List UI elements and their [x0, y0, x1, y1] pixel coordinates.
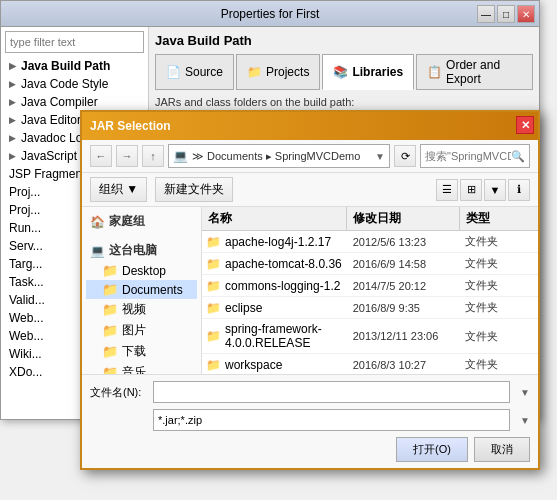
arrow-icon: ▶ — [9, 97, 16, 107]
fs-item-documents[interactable]: 📁 Documents — [86, 280, 197, 299]
file-table-header: 名称 修改日期 类型 — [202, 207, 538, 231]
file-date-cell: 2014/7/5 20:12 — [349, 279, 461, 293]
arrow-icon: ▶ — [9, 133, 16, 143]
view-btn-3[interactable]: ▼ — [484, 179, 506, 201]
fs-item-pictures[interactable]: 📁 图片 — [86, 320, 197, 341]
computer-icon: 💻 — [90, 244, 105, 258]
home-group-label: 家庭组 — [109, 213, 145, 230]
sidebar-item-java-build-path[interactable]: ▶ Java Build Path — [5, 57, 144, 75]
tab-source-label: Source — [185, 65, 223, 79]
tab-libraries[interactable]: 📚 Libraries — [322, 54, 414, 90]
address-text: ≫ Documents ▸ SpringMVCDemo — [192, 150, 371, 163]
close-button[interactable]: ✕ — [517, 5, 535, 23]
tab-source[interactable]: 📄 Source — [155, 54, 234, 90]
maximize-button[interactable]: □ — [497, 5, 515, 23]
file-main: 名称 修改日期 类型 📁 apache-log4j-1.2.17 2012/5/… — [202, 207, 538, 374]
sidebar-item-label: Serv... — [9, 239, 43, 253]
filter-dropdown-icon[interactable]: ▼ — [520, 415, 530, 426]
source-tab-icon: 📄 — [166, 65, 181, 79]
col-type-header: 类型 — [460, 207, 538, 230]
back-button[interactable]: ← — [90, 145, 112, 167]
folder-icon: 📁 — [102, 302, 118, 317]
jar-dialog-titlebar: JAR Selection ✕ — [82, 112, 538, 140]
col-date-header: 修改日期 — [347, 207, 459, 230]
folder-icon: 📁 — [206, 279, 221, 293]
filter-input-field[interactable] — [153, 409, 510, 431]
forward-button[interactable]: → — [116, 145, 138, 167]
org-label: 组织 ▼ — [99, 181, 138, 198]
jar-dialog-close-button[interactable]: ✕ — [516, 116, 534, 134]
sidebar-item-label: Proj... — [9, 203, 40, 217]
fs-item-music[interactable]: 📁 音乐 — [86, 362, 197, 374]
org-button[interactable]: 组织 ▼ — [90, 177, 147, 202]
sidebar-item-java-compiler[interactable]: ▶ Java Compiler — [5, 93, 144, 111]
fs-item-desktop[interactable]: 📁 Desktop — [86, 261, 197, 280]
sidebar-item-java-code-style[interactable]: ▶ Java Code Style — [5, 75, 144, 93]
sidebar-item-label: Targ... — [9, 257, 42, 271]
arrow-icon: ▶ — [9, 151, 16, 161]
fs-section-home: 🏠 家庭组 — [86, 211, 197, 232]
fs-item-label: 音乐 — [122, 364, 146, 374]
sidebar-item-label: Task... — [9, 275, 44, 289]
file-name-cell: 📁 eclipse — [202, 300, 349, 316]
tab-libraries-label: Libraries — [352, 65, 403, 79]
file-row[interactable]: 📁 apache-tomcat-8.0.36 2016/6/9 14:58 文件… — [202, 253, 538, 275]
dropdown-icon[interactable]: ▼ — [375, 151, 385, 162]
tab-projects[interactable]: 📁 Projects — [236, 54, 320, 90]
libraries-tab-icon: 📚 — [333, 65, 348, 79]
refresh-button[interactable]: ⟳ — [394, 145, 416, 167]
minimize-button[interactable]: — — [477, 5, 495, 23]
tab-order-export[interactable]: 📋 Order and Export — [416, 54, 533, 90]
file-row[interactable]: 📁 apache-log4j-1.2.17 2012/5/6 13:23 文件夹 — [202, 231, 538, 253]
search-input[interactable] — [425, 150, 511, 162]
file-type-cell: 文件夹 — [461, 233, 538, 250]
fs-item-videos[interactable]: 📁 视频 — [86, 299, 197, 320]
sidebar-item-label: Java Compiler — [21, 95, 98, 109]
filter-input[interactable] — [5, 31, 144, 53]
view-btn-2[interactable]: ⊞ — [460, 179, 482, 201]
file-date-cell: 2016/8/3 10:27 — [349, 358, 461, 372]
sidebar-item-label: Java Code Style — [21, 77, 108, 91]
file-type-cell: 文件夹 — [461, 356, 538, 373]
folder-icon: 📁 — [102, 323, 118, 338]
open-button[interactable]: 打开(O) — [396, 437, 468, 462]
up-button[interactable]: ↑ — [142, 145, 164, 167]
file-row[interactable]: 📁 spring-framework-4.0.0.RELEASE 2013/12… — [202, 319, 538, 354]
file-date-cell: 2013/12/11 23:06 — [349, 329, 461, 343]
file-type-cell: 文件夹 — [461, 277, 538, 294]
fs-item-label: 下载 — [122, 343, 146, 360]
tab-projects-label: Projects — [266, 65, 309, 79]
folder-icon: 📁 — [206, 329, 221, 343]
file-sidebar: 🏠 家庭组 💻 这台电脑 📁 Desktop 📁 Documents — [82, 207, 202, 374]
fs-item-downloads[interactable]: 📁 下载 — [86, 341, 197, 362]
new-folder-label: 新建文件夹 — [164, 181, 224, 198]
cancel-button[interactable]: 取消 — [474, 437, 530, 462]
file-row[interactable]: 📁 workspace 2016/8/3 10:27 文件夹 — [202, 354, 538, 374]
jar-dialog-toolbar: ← → ↑ 💻 ≫ Documents ▸ SpringMVCDemo ▼ ⟳ … — [82, 140, 538, 173]
sidebar-item-label: Proj... — [9, 185, 40, 199]
file-row[interactable]: 📁 commons-logging-1.2 2014/7/5 20:12 文件夹 — [202, 275, 538, 297]
view-btn-1[interactable]: ☰ — [436, 179, 458, 201]
file-name-cell: 📁 apache-log4j-1.2.17 — [202, 234, 349, 250]
sidebar-item-label: Run... — [9, 221, 41, 235]
col-name-header: 名称 — [202, 207, 347, 230]
folder-icon: 📁 — [102, 263, 118, 278]
file-row[interactable]: 📁 eclipse 2016/8/9 9:35 文件夹 — [202, 297, 538, 319]
filename-dropdown-icon[interactable]: ▼ — [520, 387, 530, 398]
filename-row: 文件名(N): ▼ — [90, 381, 530, 403]
home-group-icon: 🏠 — [90, 215, 105, 229]
file-type-cell: 文件夹 — [461, 299, 538, 316]
panel-title: Java Build Path — [155, 33, 533, 48]
info-button[interactable]: ℹ — [508, 179, 530, 201]
fs-item-label: 视频 — [122, 301, 146, 318]
jar-dialog-footer: 文件名(N): ▼ ▼ 打开(O) 取消 — [82, 374, 538, 468]
folder-icon: 📁 — [102, 344, 118, 359]
file-list: 📁 apache-log4j-1.2.17 2012/5/6 13:23 文件夹… — [202, 231, 538, 374]
new-folder-button[interactable]: 新建文件夹 — [155, 177, 233, 202]
filename-input[interactable] — [153, 381, 510, 403]
computer-icon: 💻 — [173, 149, 188, 163]
file-name-cell: 📁 commons-logging-1.2 — [202, 278, 349, 294]
jar-dialog-main: 🏠 家庭组 💻 这台电脑 📁 Desktop 📁 Documents — [82, 207, 538, 374]
file-name-cell: 📁 spring-framework-4.0.0.RELEASE — [202, 321, 349, 351]
fs-section-home-title: 🏠 家庭组 — [86, 211, 197, 232]
